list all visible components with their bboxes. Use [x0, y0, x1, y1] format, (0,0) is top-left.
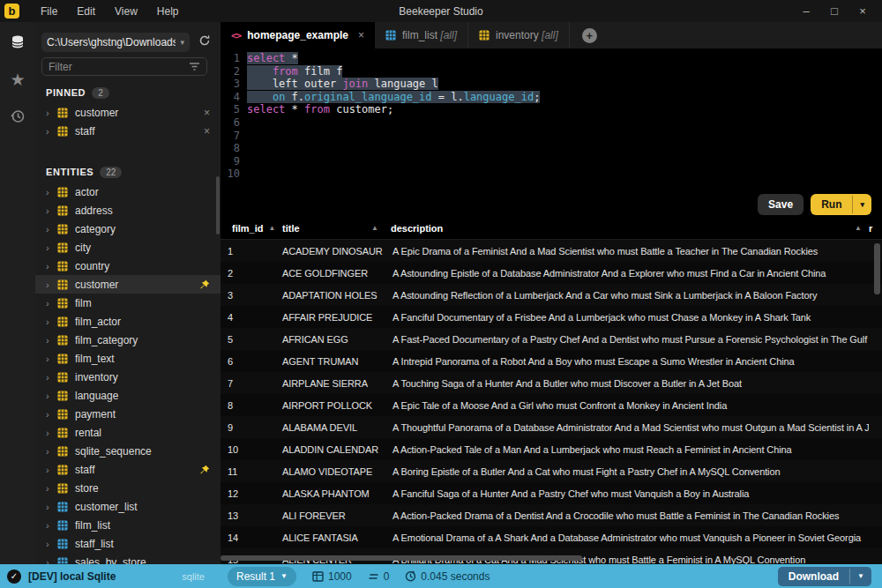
chevron-right-icon[interactable]: › [46, 298, 57, 309]
run-options-caret-icon[interactable]: ▾ [852, 196, 871, 213]
chevron-right-icon[interactable]: › [46, 108, 57, 118]
table-row[interactable]: 4AFFAIR PREJUDICEA Fanciful Documentary … [220, 306, 882, 328]
maximize-button[interactable]: □ [822, 3, 847, 20]
chevron-right-icon[interactable]: › [46, 520, 57, 531]
cell-title[interactable]: ALADDIN CALENDAR [275, 444, 385, 455]
cell-film-id[interactable]: 3 [220, 290, 275, 301]
entity-item-staff_list[interactable]: › staff_list [35, 534, 220, 553]
chevron-right-icon[interactable]: › [46, 242, 57, 253]
sort-asc-icon[interactable]: ▲ [371, 224, 378, 232]
column-header-film-id[interactable]: film_id▲ [220, 217, 275, 239]
vertical-scrollbar[interactable] [874, 243, 880, 294]
table-row[interactable]: 6AGENT TRUMANA Intrepid Panorama of a Ro… [220, 350, 882, 372]
chevron-right-icon[interactable]: › [46, 372, 57, 383]
cell-title[interactable]: ACADEMY DINOSAUR [275, 246, 385, 257]
download-options-caret-icon[interactable]: ▼ [849, 569, 871, 584]
pin-icon[interactable] [199, 465, 210, 475]
close-button[interactable]: × [850, 3, 875, 20]
table-row[interactable]: 8AIRPORT POLLOCKA Epic Tale of a Moose A… [220, 394, 882, 416]
entity-item-film_category[interactable]: › film_category [35, 331, 220, 349]
unpin-icon[interactable]: × [204, 107, 210, 119]
connection-name[interactable]: [DEV] local Sqlite [28, 570, 116, 583]
entity-item-category[interactable]: › category [35, 220, 220, 238]
table-row[interactable]: 14ALICE FANTASIAA Emotional Drama of a A… [220, 526, 882, 548]
cell-film-id[interactable]: 11 [220, 466, 275, 477]
run-button-label[interactable]: Run [811, 194, 852, 215]
table-row[interactable]: 11ALAMO VIDEOTAPEA Boring Epistle of a B… [220, 460, 882, 482]
cell-title[interactable]: AFFAIR PREJUDICE [275, 312, 385, 323]
cell-description[interactable]: A Epic Drama of a Feminist And a Mad Sci… [385, 246, 869, 257]
cell-film-id[interactable]: 4 [220, 312, 275, 323]
chevron-right-icon[interactable]: › [46, 335, 57, 346]
cell-title[interactable]: ALAMO VIDEOTAPE [275, 466, 385, 477]
filter-icon[interactable] [189, 59, 200, 75]
pinned-item-customer[interactable]: › customer× [35, 103, 220, 122]
column-header-partial[interactable]: r [869, 217, 882, 239]
cell-description[interactable]: A Fanciful Documentary of a Frisbee And … [385, 312, 869, 323]
chevron-right-icon[interactable]: › [46, 428, 57, 438]
entity-item-payment[interactable]: › payment [35, 405, 220, 423]
column-header-description[interactable]: description▲ [385, 217, 869, 239]
cell-title[interactable]: AFRICAN EGG [275, 334, 385, 345]
cell-title[interactable]: AIRPLANE SIERRA [275, 378, 385, 389]
cell-description[interactable]: A Action-Packed Tale of a Man And a Lumb… [385, 444, 869, 455]
table-row[interactable]: 7AIRPLANE SIERRAA Touching Saga of a Hun… [220, 372, 882, 394]
entity-item-country[interactable]: › country [35, 257, 220, 275]
refresh-icon[interactable] [198, 34, 211, 50]
entity-item-inventory[interactable]: › inventory [35, 368, 220, 386]
table-row[interactable]: 5AFRICAN EGGA Fast-Paced Documentary of … [220, 328, 882, 350]
table-row[interactable]: 2ACE GOLDFINGERA Astounding Epistle of a… [220, 262, 882, 284]
tab-inventory[interactable]: inventory [all] [468, 22, 570, 48]
chevron-right-icon[interactable]: › [46, 502, 57, 512]
chevron-right-icon[interactable]: › [46, 261, 57, 272]
cell-film-id[interactable]: 10 [220, 444, 275, 455]
star-icon[interactable]: ★ [8, 70, 27, 89]
entity-item-film_actor[interactable]: › film_actor [35, 312, 220, 331]
minimize-button[interactable]: – [794, 3, 818, 20]
menu-edit[interactable]: Edit [68, 3, 104, 20]
cell-description[interactable]: A Intrepid Panorama of a Robot And a Boy… [385, 356, 869, 367]
cell-film-id[interactable]: 13 [220, 510, 275, 521]
chevron-right-icon[interactable]: › [46, 446, 57, 457]
entity-item-sales_by_store[interactable]: › sales_by_store [35, 553, 220, 564]
new-tab-button[interactable]: + [582, 28, 597, 43]
cell-film-id[interactable]: 8 [220, 400, 275, 411]
cell-description[interactable]: A Boring Epistle of a Butler And a Cat w… [385, 466, 869, 477]
entity-item-store[interactable]: › store [35, 479, 220, 497]
close-tab-icon[interactable]: × [358, 29, 364, 41]
cell-film-id[interactable]: 7 [220, 378, 275, 389]
chevron-right-icon[interactable]: › [46, 279, 57, 290]
cell-description[interactable]: A Epic Tale of a Moose And a Girl who mu… [385, 400, 869, 411]
table-row[interactable]: 12ALASKA PHANTOMA Fanciful Saga of a Hun… [220, 482, 882, 504]
table-row[interactable]: 3ADAPTATION HOLESA Astounding Reflection… [220, 284, 882, 306]
cell-description[interactable]: A Astounding Reflection of a Lumberjack … [385, 290, 869, 301]
sql-editor[interactable]: 1select *2 from film f3 left outer join … [220, 48, 882, 192]
entity-item-language[interactable]: › language [35, 386, 220, 405]
menu-view[interactable]: View [106, 3, 146, 20]
cell-film-id[interactable]: 12 [220, 488, 275, 499]
chevron-right-icon[interactable]: › [46, 187, 57, 197]
database-selector[interactable]: C:\Users\ghstng\Downloads ▾ [41, 33, 190, 52]
chevron-right-icon[interactable]: › [46, 391, 57, 401]
chevron-right-icon[interactable]: › [46, 224, 57, 234]
cell-description[interactable]: A Thoughtful Panorama of a Database Admi… [385, 422, 869, 433]
result-selector[interactable]: Result 1 ▼ [228, 567, 296, 586]
cell-film-id[interactable]: 2 [220, 268, 275, 279]
entity-item-rental[interactable]: › rental [35, 423, 220, 442]
cell-description[interactable]: A Action-Packed Drama of a Dentist And a… [385, 510, 869, 521]
horizontal-scrollbar[interactable] [220, 555, 582, 561]
entity-item-film_list[interactable]: › film_list [35, 516, 220, 534]
menu-help[interactable]: Help [148, 3, 188, 20]
download-button-label[interactable]: Download [778, 567, 849, 586]
table-row[interactable]: 9ALABAMA DEVILA Thoughtful Panorama of a… [220, 416, 882, 438]
chevron-right-icon[interactable]: › [46, 409, 57, 420]
cell-title[interactable]: ADAPTATION HOLES [275, 290, 385, 301]
entity-item-city[interactable]: › city [35, 238, 220, 257]
database-icon[interactable] [8, 33, 27, 52]
menu-file[interactable]: File [32, 3, 66, 20]
tab-homepage_example[interactable]: <>homepage_example× [220, 22, 375, 48]
cell-film-id[interactable]: 9 [220, 422, 275, 433]
cell-film-id[interactable]: 14 [220, 532, 275, 543]
chevron-right-icon[interactable]: › [46, 483, 57, 494]
cell-film-id[interactable]: 5 [220, 334, 275, 345]
